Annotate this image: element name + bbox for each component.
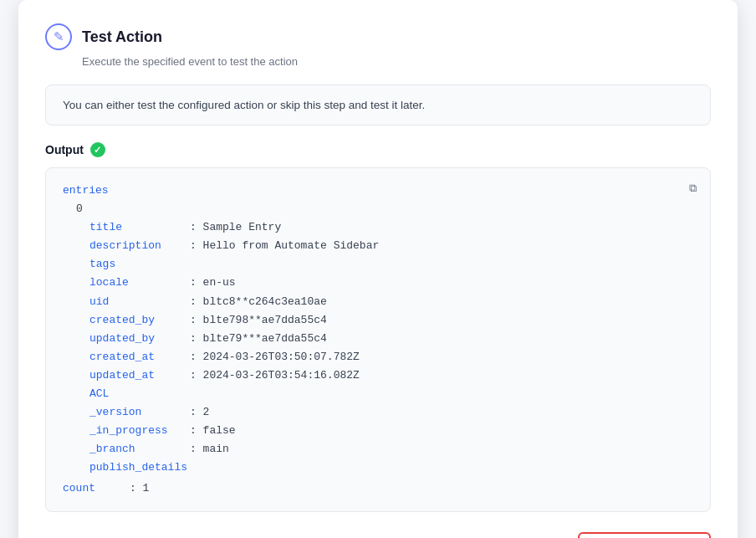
modal-subtitle: Execute the specified event to test the … [82,55,711,68]
field-tags: tags [63,255,693,274]
output-header: Output ✓ [45,142,711,157]
field-version: _version : 2 [63,403,693,422]
field-updated-by: updated_by : blte79***ae7dda55c4 [63,330,693,348]
count-value: : 1 [130,479,149,498]
action-icon: ✎ [45,23,72,50]
index-value: 0 [76,200,83,218]
count-line: count : 1 [63,479,693,498]
field-created-at: created_at : 2024-03-26T03:50:07.782Z [63,348,693,366]
field-uid: uid : bltc8**c264c3ea10ae [63,293,693,311]
info-text: You can either test the configured actio… [45,85,711,126]
field-updated-at: updated_at : 2024-03-26T03:54:16.082Z [63,366,693,385]
field-description: description : Hello from Automate Sideba… [63,237,693,255]
output-label: Output [45,143,84,156]
retest-button[interactable]: Retest [503,535,564,538]
modal-footer: Retest ✓ Save and Exit [45,532,711,538]
save-exit-button[interactable]: ✓ Save and Exit [578,532,711,538]
modal-container: ✎ Test Action Execute the specified even… [18,0,738,538]
field-title: title : Sample Entry [63,218,693,237]
field-publish-details: publish_details [63,459,693,477]
entries-line: entries [63,182,693,200]
field-branch: _branch : main [63,440,693,459]
modal-header: ✎ Test Action [45,23,711,50]
entries-key: entries [63,182,109,200]
field-in-progress: _in_progress : false [63,422,693,440]
field-locale: locale : en-us [63,274,693,292]
copy-button[interactable]: ⧉ [686,178,700,198]
output-box: ⧉ entries 0 title : Sample Entry descrip… [45,167,711,512]
output-success-icon: ✓ [90,142,105,157]
copy-icon: ⧉ [689,182,697,194]
field-created-by: created_by : blte798**ae7dda55c4 [63,311,693,330]
field-acl: ACL [63,385,693,403]
output-section: Output ✓ ⧉ entries 0 title : Sample Entr… [45,142,711,512]
modal-title: Test Action [82,28,162,46]
count-key: count [63,479,130,498]
index-line: 0 [63,200,693,218]
